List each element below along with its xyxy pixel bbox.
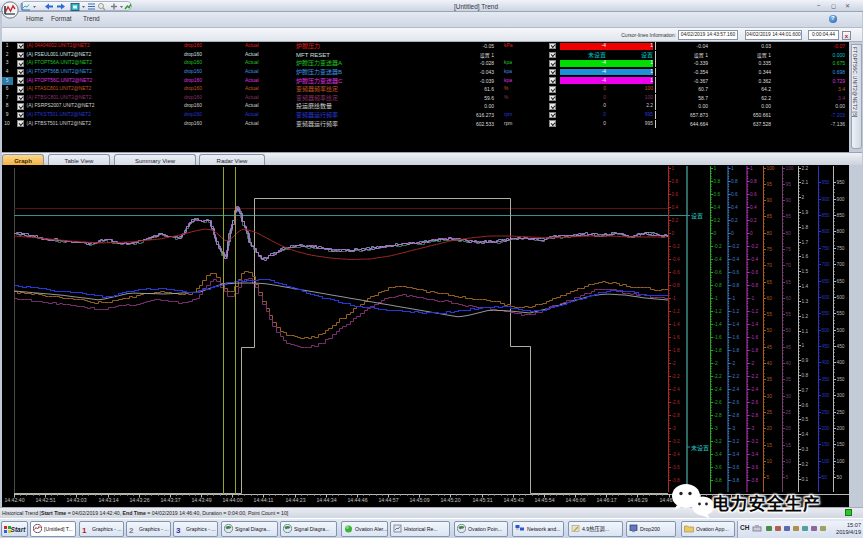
svg-text:1.3: 1.3 — [802, 299, 809, 304]
svg-text:14:44:00: 14:44:00 — [222, 497, 242, 503]
svg-text:0.2: 0.2 — [802, 462, 809, 467]
svg-text:60: 60 — [767, 296, 773, 301]
svg-text:-2.4: -2.4 — [750, 387, 759, 392]
svg-text:35: 35 — [767, 377, 773, 382]
svg-text:-3.6: -3.6 — [672, 465, 681, 470]
svg-text:-2: -2 — [731, 361, 736, 366]
svg-text:50: 50 — [822, 475, 828, 480]
svg-text:0.8: 0.8 — [750, 179, 757, 184]
svg-text:150: 150 — [837, 442, 845, 447]
svg-text:-3.4: -3.4 — [714, 452, 723, 457]
svg-text:-1.2: -1.2 — [731, 309, 740, 314]
svg-text:100: 100 — [786, 166, 794, 171]
svg-text:15: 15 — [786, 443, 792, 448]
svg-text:0: 0 — [750, 231, 753, 236]
svg-text:-1.8: -1.8 — [672, 348, 681, 353]
svg-text:85: 85 — [786, 214, 792, 219]
svg-text:-2.8: -2.8 — [672, 413, 681, 418]
svg-text:1: 1 — [672, 166, 675, 171]
svg-text:0.2: 0.2 — [714, 218, 721, 223]
svg-text:10: 10 — [786, 459, 792, 464]
svg-text:14:43:49: 14:43:49 — [191, 497, 211, 503]
svg-text:-2: -2 — [672, 361, 677, 366]
svg-text:14:45:09: 14:45:09 — [409, 497, 429, 503]
svg-text:1.2: 1.2 — [802, 314, 809, 319]
svg-text:14:46:29: 14:46:29 — [627, 497, 647, 503]
svg-text:30: 30 — [786, 394, 792, 399]
svg-text:0.4: 0.4 — [750, 205, 757, 210]
svg-text:14:44:11: 14:44:11 — [254, 497, 274, 503]
svg-text:20: 20 — [786, 426, 792, 431]
svg-text:-2.4: -2.4 — [731, 387, 740, 392]
svg-text:-1.4: -1.4 — [672, 322, 681, 327]
svg-text:0.7: 0.7 — [802, 388, 809, 393]
svg-text:-1.2: -1.2 — [714, 309, 723, 314]
svg-text:95: 95 — [786, 182, 792, 187]
svg-text:-3.2: -3.2 — [672, 439, 681, 444]
svg-text:0.1: 0.1 — [802, 477, 809, 482]
svg-text:350: 350 — [837, 377, 845, 382]
svg-text:0.4: 0.4 — [672, 205, 679, 210]
svg-text:550: 550 — [837, 311, 845, 316]
svg-text:65: 65 — [767, 280, 773, 285]
svg-text:70: 70 — [786, 263, 792, 268]
svg-text:-0.2: -0.2 — [731, 244, 740, 249]
svg-text:0.2: 0.2 — [672, 218, 679, 223]
svg-text:50: 50 — [837, 475, 843, 480]
svg-text:1: 1 — [802, 343, 805, 348]
svg-text:500: 500 — [837, 328, 845, 333]
svg-text:-1.4: -1.4 — [731, 322, 740, 327]
svg-text:85: 85 — [767, 214, 773, 219]
svg-text:-0.2: -0.2 — [714, 244, 723, 249]
svg-text:15: 15 — [767, 443, 773, 448]
svg-text:未设置: 未设置 — [691, 444, 709, 452]
svg-text:-3.4: -3.4 — [672, 452, 681, 457]
svg-text:45: 45 — [767, 345, 773, 350]
svg-text:-1.8: -1.8 — [714, 348, 723, 353]
svg-text:14:44:23: 14:44:23 — [285, 497, 305, 503]
svg-text:-0.8: -0.8 — [750, 283, 759, 288]
svg-text:-3.8: -3.8 — [731, 478, 740, 483]
svg-text:950: 950 — [822, 180, 830, 185]
svg-text:-2.2: -2.2 — [672, 374, 681, 379]
svg-text:-1: -1 — [731, 296, 736, 301]
svg-text:50: 50 — [786, 328, 792, 333]
svg-text:-0.6: -0.6 — [750, 270, 759, 275]
svg-text:40: 40 — [786, 361, 792, 366]
svg-text:-3: -3 — [750, 426, 755, 431]
svg-text:0.8: 0.8 — [802, 373, 809, 378]
svg-text:-2.4: -2.4 — [714, 387, 723, 392]
svg-text:800: 800 — [837, 229, 845, 234]
svg-text:850: 850 — [822, 213, 830, 218]
svg-text:-1.6: -1.6 — [731, 335, 740, 340]
svg-text:14:44:34: 14:44:34 — [316, 497, 336, 503]
svg-text:100: 100 — [837, 459, 845, 464]
svg-text:600: 600 — [837, 295, 845, 300]
svg-text:-2: -2 — [714, 361, 719, 366]
svg-text:1.7: 1.7 — [802, 240, 809, 245]
svg-text:-3.2: -3.2 — [714, 439, 723, 444]
svg-text:400: 400 — [822, 360, 830, 365]
svg-text:300: 300 — [822, 393, 830, 398]
svg-text:14:45:43: 14:45:43 — [503, 497, 523, 503]
svg-text:-2.6: -2.6 — [750, 400, 759, 405]
svg-text:-0.2: -0.2 — [672, 244, 681, 249]
svg-text:0.2: 0.2 — [750, 218, 757, 223]
svg-text:25: 25 — [786, 410, 792, 415]
svg-text:1.4: 1.4 — [802, 284, 809, 289]
svg-text:250: 250 — [837, 410, 845, 415]
svg-text:-1.4: -1.4 — [714, 322, 723, 327]
svg-text:-3.4: -3.4 — [750, 452, 759, 457]
svg-text:30: 30 — [767, 394, 773, 399]
svg-text:-2.6: -2.6 — [731, 400, 740, 405]
svg-text:70: 70 — [767, 263, 773, 268]
svg-text:14:43:37: 14:43:37 — [160, 497, 180, 503]
svg-text:40: 40 — [767, 361, 773, 366]
svg-text:-2.8: -2.8 — [714, 413, 723, 418]
svg-text:-1.2: -1.2 — [672, 309, 681, 314]
svg-text:0: 0 — [714, 231, 717, 236]
svg-text:10: 10 — [767, 459, 773, 464]
svg-text:-1.8: -1.8 — [750, 348, 759, 353]
svg-text:75: 75 — [786, 247, 792, 252]
svg-text:-3.4: -3.4 — [731, 452, 740, 457]
